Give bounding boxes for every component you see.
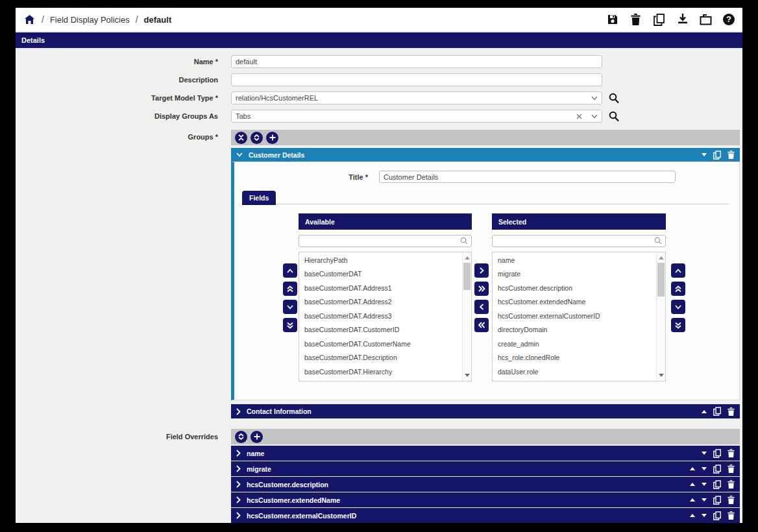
delete-icon[interactable]	[630, 14, 642, 26]
move-down-icon[interactable]	[702, 467, 707, 470]
scroll-down-icon[interactable]	[657, 371, 665, 380]
move-right-button[interactable]	[474, 263, 489, 278]
clone-group-icon[interactable]	[713, 151, 721, 160]
home-icon[interactable]	[23, 14, 36, 26]
selected-list-item[interactable]: name	[493, 254, 665, 268]
move-up-button[interactable]	[283, 263, 297, 278]
available-list-item[interactable]: HierarchyPath	[299, 254, 471, 268]
move-left-button[interactable]	[474, 300, 489, 314]
expand-all-button[interactable]	[251, 132, 263, 144]
download-icon[interactable]	[676, 14, 689, 26]
delete-override-icon[interactable]	[727, 496, 735, 504]
target-model-type-select[interactable]: relation/HcsCustomerREL	[231, 91, 602, 104]
move-down-icon[interactable]	[702, 498, 707, 502]
available-list-item[interactable]: baseCustomerDAT.Address1	[299, 282, 471, 296]
scrollbar-thumb[interactable]	[463, 263, 471, 290]
available-list-item[interactable]: baseCustomerDAT.Address2	[299, 295, 471, 309]
move-down-icon[interactable]	[702, 514, 707, 517]
selected-list-item[interactable]: directoryDomain	[493, 323, 665, 337]
delete-override-icon[interactable]	[727, 511, 735, 520]
display-groups-as-select[interactable]: Tabs	[231, 110, 602, 123]
scrollbar[interactable]	[656, 252, 665, 381]
move-up-button[interactable]	[671, 263, 685, 278]
available-list-item[interactable]: baseCustomerDAT.Description	[299, 351, 471, 365]
available-list-item[interactable]: baseCustomerDAT.Address3	[299, 309, 471, 324]
move-down-icon[interactable]	[702, 452, 707, 455]
move-bottom-button[interactable]	[283, 318, 297, 332]
chevron-down-icon[interactable]	[236, 152, 243, 157]
move-down-button[interactable]	[671, 300, 685, 314]
move-all-left-button[interactable]	[474, 318, 489, 332]
clone-group-icon[interactable]	[713, 407, 721, 416]
field-override-row[interactable]: name	[231, 446, 740, 461]
move-up-icon[interactable]	[690, 483, 695, 486]
move-down-icon[interactable]	[702, 483, 707, 486]
group-header-contact-information[interactable]: Contact Information	[231, 404, 740, 418]
move-window-icon[interactable]	[700, 14, 712, 26]
available-search-input[interactable]	[299, 235, 472, 247]
chevron-right-icon[interactable]	[236, 465, 241, 472]
selected-list-item[interactable]: dataUser.role	[493, 365, 665, 380]
scroll-up-icon[interactable]	[657, 254, 665, 262]
clone-override-icon[interactable]	[713, 496, 721, 505]
selected-list-item[interactable]: hcsCustomer.externalCustomerID	[493, 309, 665, 324]
scroll-up-icon[interactable]	[463, 254, 471, 262]
add-override-button[interactable]	[251, 431, 263, 443]
move-up-icon[interactable]	[690, 498, 695, 502]
available-list-item[interactable]: baseCustomerDAT.CustomerID	[299, 323, 471, 337]
chevron-right-icon[interactable]	[236, 450, 241, 457]
move-top-button[interactable]	[283, 282, 297, 296]
expand-all-button[interactable]	[235, 431, 247, 443]
scroll-down-icon[interactable]	[463, 371, 471, 380]
delete-group-icon[interactable]	[727, 151, 735, 159]
move-up-icon[interactable]	[702, 410, 707, 413]
selected-list-item[interactable]: hcsCustomer.extendedName	[493, 295, 665, 309]
available-list-item[interactable]: baseCustomerDAT.CustomerName	[299, 337, 471, 352]
clone-override-icon[interactable]	[713, 449, 721, 458]
selected-list-item[interactable]: hcsCustomer.description	[493, 282, 665, 296]
selected-search-input[interactable]	[492, 235, 666, 247]
description-input[interactable]	[231, 73, 602, 86]
delete-group-icon[interactable]	[727, 407, 735, 416]
move-up-icon[interactable]	[690, 467, 695, 470]
chevron-right-icon[interactable]	[236, 481, 241, 488]
title-input[interactable]	[379, 171, 676, 183]
selected-list-item[interactable]: migrate	[493, 267, 665, 282]
chevron-right-icon[interactable]	[236, 408, 241, 415]
clone-override-icon[interactable]	[713, 511, 721, 520]
chevron-right-icon[interactable]	[236, 512, 241, 519]
breadcrumb-section[interactable]: Field Display Policies	[50, 15, 130, 25]
available-list-item[interactable]: baseCustomerDAT.Hierarchy	[299, 365, 471, 380]
chevron-down-icon[interactable]	[591, 96, 598, 101]
tab-details[interactable]: Details	[21, 36, 45, 44]
move-bottom-button[interactable]	[671, 318, 685, 332]
move-down-icon[interactable]	[702, 153, 707, 156]
selected-list-item[interactable]: hcs_role.clonedRole	[493, 351, 665, 365]
move-all-right-button[interactable]	[474, 282, 489, 296]
clone-override-icon[interactable]	[713, 465, 721, 474]
collapse-all-button[interactable]	[235, 132, 247, 144]
chevron-right-icon[interactable]	[236, 496, 241, 503]
clone-icon[interactable]	[653, 14, 665, 26]
clear-icon[interactable]	[576, 114, 582, 119]
clone-override-icon[interactable]	[713, 480, 721, 489]
delete-override-icon[interactable]	[727, 465, 735, 473]
move-down-button[interactable]	[283, 300, 297, 314]
field-override-row[interactable]: hcsCustomer.description	[231, 477, 740, 492]
scrollbar[interactable]	[462, 252, 471, 381]
delete-override-icon[interactable]	[727, 449, 735, 457]
help-icon[interactable]: ?	[723, 14, 735, 25]
search-lookup-icon[interactable]	[609, 111, 619, 122]
move-top-button[interactable]	[671, 282, 685, 296]
tab-fields[interactable]: Fields	[242, 191, 276, 205]
field-override-row[interactable]: hcsCustomer.externalCustomerID	[231, 508, 740, 523]
field-override-row[interactable]: migrate	[231, 461, 740, 476]
name-input[interactable]	[231, 55, 602, 68]
available-list-item[interactable]: baseCustomerDAT	[299, 267, 471, 282]
delete-override-icon[interactable]	[727, 480, 735, 489]
add-group-button[interactable]	[266, 132, 278, 144]
selected-list-item[interactable]: create_admin	[493, 337, 665, 352]
chevron-down-icon[interactable]	[591, 114, 598, 119]
search-lookup-icon[interactable]	[609, 93, 619, 104]
group-header-customer-details[interactable]: Customer Details	[231, 148, 740, 162]
